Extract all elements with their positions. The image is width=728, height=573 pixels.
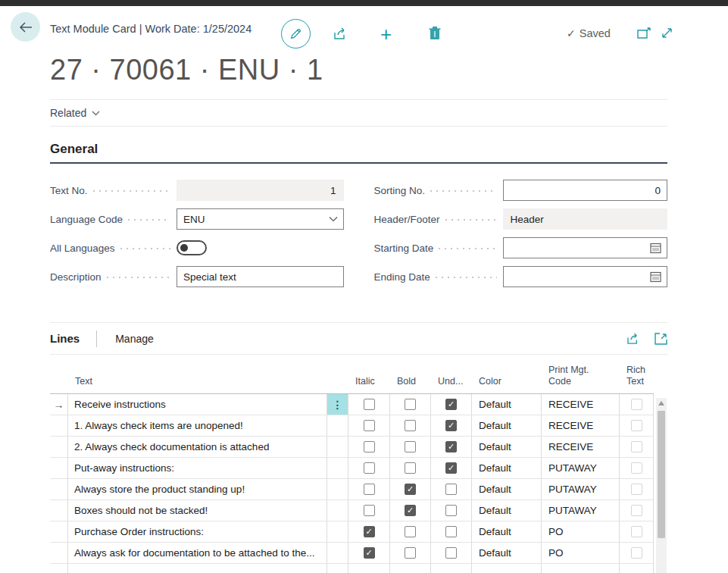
italic-checkbox[interactable]: [364, 420, 375, 431]
cell-italic[interactable]: [348, 458, 390, 478]
cell-color[interactable]: Default: [472, 394, 542, 415]
underline-checkbox[interactable]: [445, 526, 457, 537]
cell-rich-text[interactable]: [620, 543, 654, 563]
cell-color[interactable]: Default: [472, 500, 542, 521]
underline-checkbox[interactable]: [445, 441, 457, 452]
cell-print-mgt-code[interactable]: RECEIVE: [542, 394, 620, 415]
italic-checkbox[interactable]: [364, 462, 375, 474]
cell-row-options[interactable]: ⋮: [327, 500, 348, 521]
header-print-mgt-code[interactable]: Print Mgt. Code: [542, 365, 620, 393]
manage-menu-button[interactable]: Manage: [115, 333, 154, 345]
cell-color[interactable]: Default: [472, 437, 542, 457]
cell-italic[interactable]: [348, 521, 390, 542]
header-rich-text[interactable]: Rich Text: [620, 365, 654, 393]
cell-bold[interactable]: [390, 521, 431, 542]
cell-underline[interactable]: [431, 437, 472, 457]
sorting-no-input[interactable]: [503, 180, 668, 201]
underline-checkbox[interactable]: [445, 399, 457, 410]
more-options-icon[interactable]: ⋮: [327, 394, 348, 415]
table-row[interactable]: → Always ask for documentation to be att…: [50, 543, 654, 564]
cell-underline[interactable]: [431, 415, 472, 436]
cell-italic[interactable]: [348, 500, 390, 521]
cell-print-mgt-code[interactable]: RECEIVE: [542, 437, 620, 457]
cell-bold[interactable]: [390, 479, 431, 499]
underline-checkbox[interactable]: [445, 505, 457, 516]
cell-rich-text[interactable]: [620, 437, 654, 457]
description-input[interactable]: [177, 266, 344, 287]
header-text[interactable]: Text: [68, 376, 327, 393]
underline-checkbox[interactable]: [445, 547, 457, 559]
cell-text[interactable]: Always ask for documentation to be attac…: [68, 543, 327, 563]
cell-print-mgt-code[interactable]: RECEIVE: [542, 415, 620, 436]
underline-checkbox[interactable]: [445, 484, 457, 495]
lines-focus-mode-button[interactable]: [655, 332, 667, 345]
expand-button[interactable]: [661, 27, 673, 39]
bold-checkbox[interactable]: [405, 399, 416, 410]
row-selector-cell[interactable]: →: [50, 500, 68, 521]
italic-checkbox[interactable]: [364, 526, 375, 537]
bold-checkbox[interactable]: [405, 505, 416, 516]
cell-row-options[interactable]: ⋮: [327, 543, 348, 563]
cell-underline[interactable]: [431, 543, 472, 563]
delete-button[interactable]: [429, 26, 441, 40]
underline-checkbox[interactable]: [445, 462, 457, 474]
cell-text[interactable]: 1. Always check items are unopened!: [68, 415, 327, 436]
cell-print-mgt-code[interactable]: PUTAWAY: [542, 500, 620, 521]
header-italic[interactable]: Italic: [348, 376, 390, 393]
italic-checkbox[interactable]: [364, 484, 375, 495]
cell-rich-text[interactable]: [620, 521, 654, 542]
related-menu-button[interactable]: Related: [50, 107, 100, 119]
cell-print-mgt-code[interactable]: PUTAWAY: [542, 458, 620, 478]
bold-checkbox[interactable]: [405, 462, 416, 474]
cell-row-options[interactable]: ⋮: [327, 415, 348, 436]
general-section-title[interactable]: General: [50, 142, 667, 164]
bold-checkbox[interactable]: [405, 420, 416, 431]
row-selector-cell[interactable]: →: [50, 458, 68, 478]
cell-italic[interactable]: [348, 437, 390, 457]
language-code-input[interactable]: [177, 208, 344, 230]
row-selector-cell[interactable]: →: [50, 543, 68, 563]
table-row[interactable]: → 1. Always check items are unopened! ⋮: [50, 415, 654, 437]
cell-color[interactable]: Default: [472, 458, 542, 478]
cell-italic[interactable]: [348, 479, 390, 499]
cell-color[interactable]: Default: [472, 479, 542, 499]
all-languages-toggle[interactable]: [177, 240, 207, 255]
cell-rich-text[interactable]: [620, 415, 654, 436]
header-underline[interactable]: Und...: [431, 376, 472, 393]
row-selector-cell[interactable]: →: [50, 394, 68, 415]
cell-rich-text[interactable]: [620, 500, 654, 521]
cell-underline[interactable]: [431, 500, 472, 521]
cell-bold[interactable]: [390, 437, 431, 457]
cell-bold[interactable]: [390, 415, 431, 436]
table-row[interactable]: → Put-away instructions: ⋮ De: [50, 458, 654, 479]
cell-row-options[interactable]: ⋮: [327, 458, 348, 478]
cell-row-options[interactable]: ⋮: [327, 479, 348, 499]
lines-section-title[interactable]: Lines: [50, 332, 80, 345]
cell-text[interactable]: Put-away instructions:: [68, 458, 327, 478]
row-selector-cell[interactable]: →: [50, 479, 68, 499]
cell-row-options[interactable]: ⋮: [327, 437, 348, 457]
starting-date-picker-button[interactable]: [650, 243, 661, 254]
new-button[interactable]: +: [380, 24, 392, 44]
cell-text[interactable]: Boxes should not be stacked!: [68, 500, 327, 521]
italic-checkbox[interactable]: [364, 505, 375, 516]
cell-underline[interactable]: [431, 458, 472, 478]
italic-checkbox[interactable]: [364, 399, 375, 410]
cell-bold[interactable]: [390, 543, 431, 563]
back-button[interactable]: [11, 12, 40, 42]
row-selector-cell[interactable]: →: [50, 415, 68, 436]
table-row-empty[interactable]: [50, 564, 654, 573]
cell-underline[interactable]: [431, 521, 472, 542]
table-scrollbar[interactable]: [656, 398, 667, 573]
cell-print-mgt-code[interactable]: PO: [542, 543, 620, 563]
table-row[interactable]: → Receive instructions ⋮ Defa: [50, 394, 654, 415]
bold-checkbox[interactable]: [405, 441, 416, 452]
language-code-dropdown-button[interactable]: [329, 216, 338, 222]
ending-date-picker-button[interactable]: [650, 271, 661, 283]
cell-color[interactable]: Default: [472, 521, 542, 542]
bold-checkbox[interactable]: [405, 547, 416, 559]
cell-underline[interactable]: [431, 479, 472, 499]
cell-italic[interactable]: [348, 415, 390, 436]
starting-date-input[interactable]: [503, 237, 668, 258]
italic-checkbox[interactable]: [364, 441, 375, 452]
